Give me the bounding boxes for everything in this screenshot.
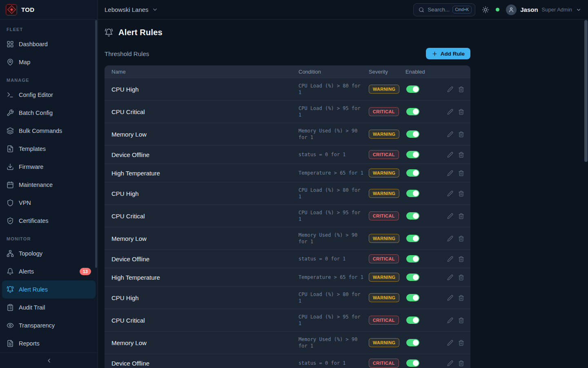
- sidebar-item-alerts[interactable]: Alerts 13: [0, 263, 98, 280]
- eye-icon: [7, 322, 14, 329]
- add-rule-button[interactable]: Add Rule: [426, 48, 470, 59]
- table-row: CPU Critical CPU Load (%) > 95 for 1 CRI…: [105, 100, 470, 123]
- sidebar-collapse-button[interactable]: [0, 352, 98, 368]
- enabled-toggle[interactable]: [406, 359, 419, 367]
- sidebar-item-config-editor[interactable]: Config Editor: [0, 86, 98, 104]
- trash-icon: [458, 256, 464, 262]
- rule-name: Memory Low: [105, 234, 298, 243]
- edit-rule-button[interactable]: [447, 152, 453, 158]
- rule-condition: status = 0 for 1: [298, 360, 364, 366]
- delete-rule-button[interactable]: [458, 236, 464, 242]
- pencil-icon: [447, 317, 453, 323]
- delete-rule-button[interactable]: [458, 256, 464, 262]
- delete-rule-button[interactable]: [458, 191, 464, 197]
- sidebar-item-batch-config[interactable]: Batch Config: [0, 104, 98, 122]
- table-row: CPU High CPU Load (%) > 80 for 1 WARNING: [105, 182, 470, 204]
- pencil-icon: [447, 86, 453, 92]
- sidebar-item-map[interactable]: Map: [0, 53, 98, 71]
- delete-rule-button[interactable]: [458, 274, 464, 280]
- rule-name: CPU Critical: [105, 108, 298, 116]
- edit-rule-button[interactable]: [447, 191, 453, 197]
- delete-rule-button[interactable]: [458, 317, 464, 323]
- nav-section-label: MANAGE: [0, 71, 98, 86]
- chevron-down-icon: [576, 7, 581, 13]
- edit-rule-button[interactable]: [447, 317, 453, 323]
- theme-toggle-button[interactable]: [482, 6, 489, 13]
- edit-rule-button[interactable]: [447, 256, 453, 262]
- sidebar-item-audit-trail[interactable]: Audit Trail: [0, 298, 98, 316]
- trash-icon: [458, 340, 464, 346]
- enabled-toggle[interactable]: [406, 169, 419, 177]
- delete-rule-button[interactable]: [458, 213, 464, 219]
- sidebar-item-dashboard[interactable]: Dashboard: [0, 35, 98, 53]
- edit-rule-button[interactable]: [447, 236, 453, 242]
- search-input[interactable]: [428, 7, 449, 13]
- enabled-toggle[interactable]: [406, 85, 419, 93]
- enabled-toggle[interactable]: [406, 339, 419, 346]
- enabled-toggle[interactable]: [406, 130, 419, 138]
- delete-rule-button[interactable]: [458, 109, 464, 115]
- sidebar-item-firmware[interactable]: Firmware: [0, 158, 98, 176]
- trash-icon: [458, 360, 464, 366]
- main-scrollbar[interactable]: [584, 20, 588, 162]
- delete-rule-button[interactable]: [458, 340, 464, 346]
- edit-rule-button[interactable]: [447, 131, 453, 137]
- sidebar-item-bulk-commands[interactable]: Bulk Commands: [0, 122, 98, 140]
- sidebar-item-templates[interactable]: Templates: [0, 140, 98, 158]
- search-shortcut-badge: Cmd+K: [452, 6, 472, 13]
- delete-rule-button[interactable]: [458, 295, 464, 301]
- sidebar-item-transparency[interactable]: Transparency: [0, 316, 98, 334]
- org-name: Lebowski Lanes: [105, 6, 149, 13]
- enabled-toggle[interactable]: [406, 108, 419, 115]
- trash-icon: [458, 109, 464, 115]
- edit-rule-button[interactable]: [447, 213, 453, 219]
- sidebar-item-label: Reports: [19, 340, 40, 347]
- enabled-toggle[interactable]: [406, 212, 419, 220]
- network-icon: [7, 250, 14, 257]
- severity-badge: WARNING: [369, 273, 399, 282]
- delete-rule-button[interactable]: [458, 360, 464, 366]
- enabled-toggle[interactable]: [406, 190, 419, 197]
- user-menu[interactable]: Jason Super Admin: [506, 4, 581, 15]
- trash-icon: [458, 86, 464, 92]
- sidebar-item-topology[interactable]: Topology: [0, 245, 98, 263]
- sidebar-item-vpn[interactable]: VPN: [0, 194, 98, 212]
- edit-rule-button[interactable]: [447, 360, 453, 366]
- sidebar-item-reports[interactable]: Reports: [0, 334, 98, 352]
- sidebar-item-label: Dashboard: [19, 41, 48, 47]
- sidebar-scrollbar[interactable]: [95, 20, 97, 268]
- sidebar-item-label: Bulk Commands: [19, 128, 62, 134]
- sidebar-item-alert-rules[interactable]: Alert Rules: [2, 280, 96, 298]
- enabled-toggle[interactable]: [406, 235, 419, 242]
- chevron-left-icon: [46, 357, 52, 364]
- severity-badge: WARNING: [369, 338, 399, 347]
- enabled-toggle[interactable]: [406, 151, 419, 158]
- enabled-toggle[interactable]: [406, 255, 419, 263]
- pencil-icon: [447, 109, 453, 115]
- edit-rule-button[interactable]: [447, 274, 453, 280]
- enabled-toggle[interactable]: [406, 274, 419, 281]
- edit-rule-button[interactable]: [447, 86, 453, 92]
- clipboard-list-icon: [7, 304, 14, 311]
- rule-condition: CPU Load (%) > 95 for 1: [298, 314, 364, 327]
- bell-icon: [7, 268, 14, 275]
- rule-name: Device Offline: [105, 359, 298, 368]
- trash-icon: [458, 170, 464, 176]
- enabled-toggle[interactable]: [406, 316, 419, 324]
- delete-rule-button[interactable]: [458, 131, 464, 137]
- edit-rule-button[interactable]: [447, 340, 453, 346]
- enabled-toggle[interactable]: [406, 294, 419, 301]
- sidebar-item-certificates[interactable]: Certificates: [0, 212, 98, 230]
- sidebar-item-maintenance[interactable]: Maintenance: [0, 176, 98, 194]
- delete-rule-button[interactable]: [458, 170, 464, 176]
- severity-badge: CRITICAL: [369, 316, 399, 325]
- delete-rule-button[interactable]: [458, 152, 464, 158]
- edit-rule-button[interactable]: [447, 109, 453, 115]
- org-switcher[interactable]: Lebowski Lanes: [105, 6, 158, 13]
- edit-rule-button[interactable]: [447, 170, 453, 176]
- search-box[interactable]: Cmd+K: [413, 3, 475, 16]
- delete-rule-button[interactable]: [458, 86, 464, 92]
- download-icon: [7, 163, 14, 171]
- page-title: Alert Rules: [118, 28, 163, 37]
- edit-rule-button[interactable]: [447, 295, 453, 301]
